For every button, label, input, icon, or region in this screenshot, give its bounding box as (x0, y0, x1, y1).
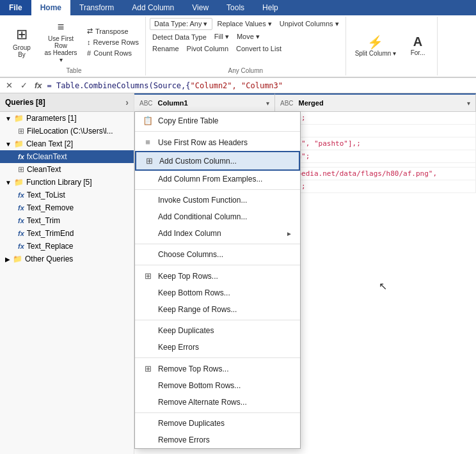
tab-help[interactable]: Help (253, 0, 287, 15)
context-menu: 📋 Copy Entire Table ≡ Use First Row as H… (134, 111, 301, 449)
tab-transform[interactable]: Transform (70, 0, 123, 15)
text-tolist-fx-icon: fx (18, 191, 24, 199)
menu-item-add-index-column[interactable]: Add Index Column ► (135, 225, 300, 242)
keep-top-rows-label: Keep Top Rows... (158, 272, 218, 281)
menu-item-add-column-examples[interactable]: Add Column From Examples... (135, 171, 300, 187)
format-icon: A (413, 35, 422, 49)
tab-file[interactable]: File (0, 0, 31, 15)
menu-item-keep-errors[interactable]: Keep Errors (135, 339, 300, 356)
table-small-buttons: ⇄ Transpose ↕ Reverse Rows # Count Rows (84, 26, 141, 58)
sidebar-item-text-trimend[interactable]: fx Text_TrimEnd (0, 227, 134, 240)
sidebar-item-filelocation[interactable]: ⊞ FileLocation (C:\Users\l... (0, 125, 134, 137)
menu-item-use-first-row[interactable]: ≡ Use First Row as Headers (135, 134, 300, 151)
split-column-label: Split Column ▾ (355, 50, 396, 57)
sidebar-item-text-replace[interactable]: fx Text_Replace (0, 240, 134, 253)
fx-label: fx (35, 81, 42, 90)
menu-separator-6 (135, 357, 300, 358)
sidebar-item-function-library[interactable]: ▼ 📁 Function Library [5] (0, 176, 134, 189)
move-button[interactable]: Move ▾ (234, 31, 262, 42)
conditional-column-label: Add Conditional Column... (158, 212, 247, 221)
cell-col2-2: . (275, 125, 476, 137)
fill-button[interactable]: Fill ▾ (212, 31, 232, 42)
keep-top-rows-icon: ⊞ (143, 271, 153, 281)
detect-data-type-button[interactable]: Detect Data Type (150, 31, 209, 42)
tab-tools[interactable]: Tools (218, 0, 253, 15)
ribbon-group-split: ⚡ Split Column ▾ A For... (346, 17, 438, 75)
menu-item-choose-columns[interactable]: Choose Columns... (135, 246, 300, 263)
index-column-arrow: ► (286, 230, 292, 237)
formula-cancel-button[interactable]: ✕ (4, 80, 15, 91)
replace-values-button[interactable]: Replace Values ▾ (215, 18, 274, 30)
transpose-icon: ⇄ (87, 27, 93, 35)
ribbon: File Home Transform Add Column View Tool… (0, 0, 476, 78)
text-replace-fx-icon: fx (18, 242, 24, 250)
remove-duplicates-label: Remove Duplicates (158, 419, 225, 428)
copy-table-label: Copy Entire Table (158, 116, 219, 125)
menu-item-remove-errors[interactable]: Remove Errors (135, 432, 300, 448)
merged-header[interactable]: ABC Merged ▾ (275, 93, 476, 111)
fill-label: Fill ▾ (214, 33, 229, 41)
format-label: For... (411, 49, 425, 56)
column1-header[interactable]: ABC Column1 ▾ (134, 93, 275, 111)
menu-item-copy-entire-table[interactable]: 📋 Copy Entire Table (135, 112, 300, 129)
count-rows-icon: # (87, 49, 91, 57)
formula-confirm-button[interactable]: ✓ (19, 80, 29, 91)
formula-highlight: "Column2", "Column3" (191, 81, 283, 90)
sidebar-item-parameters[interactable]: ▼ 📁 Parameters [1] (0, 112, 134, 125)
add-custom-column-label: Add Custom Column... (159, 157, 237, 166)
group-by-label: Group By (13, 44, 31, 58)
transpose-button[interactable]: ⇄ Transpose (84, 26, 141, 36)
format-button[interactable]: A For... (402, 32, 433, 59)
pivot-column-button[interactable]: Pivot Column (184, 43, 231, 54)
menu-item-remove-duplicates[interactable]: Remove Duplicates (135, 415, 300, 432)
rename-button[interactable]: Rename (150, 43, 182, 54)
transpose-label: Transpose (95, 27, 129, 35)
sidebar-item-fxcleantext[interactable]: fx fxCleanText (0, 150, 134, 163)
tab-add-column[interactable]: Add Column (123, 0, 183, 15)
menu-item-remove-bottom-rows[interactable]: Remove Bottom Rows... (135, 377, 300, 394)
menu-item-add-custom-column[interactable]: ⊞ Add Custom Column... (135, 151, 300, 171)
unpivot-columns-button[interactable]: Unpivot Columns ▾ (277, 18, 342, 30)
sidebar-item-text-tolist[interactable]: fx Text_ToList (0, 189, 134, 201)
menu-item-keep-range-rows[interactable]: Keep Range of Rows... (135, 301, 300, 318)
tab-view[interactable]: View (183, 0, 218, 15)
text-trim-label: Text_Trim (27, 216, 60, 225)
group-by-button[interactable]: ⊞ Group By (6, 24, 37, 61)
add-column-examples-label: Add Column From Examples... (158, 175, 262, 184)
ribbon-tabs: File Home Transform Add Column View Tool… (0, 0, 476, 15)
tab-home[interactable]: Home (31, 0, 70, 15)
sidebar-item-text-remove[interactable]: fx Text_Remove (0, 201, 134, 214)
clean-text-label: Clean Text [2] (26, 139, 73, 148)
sidebar-item-text-trim[interactable]: fx Text_Trim (0, 214, 134, 227)
keep-duplicates-label: Keep Duplicates (158, 326, 214, 335)
text-trim-fx-icon: fx (18, 217, 24, 224)
menu-item-remove-top-rows[interactable]: ⊞ Remove Top Rows... (135, 360, 300, 377)
menu-item-invoke-custom-function[interactable]: Invoke Custom Function... (135, 192, 300, 208)
function-library-folder-icon: 📁 (14, 178, 24, 187)
reverse-rows-button[interactable]: ↕ Reverse Rows (84, 37, 141, 47)
move-label: Move ▾ (237, 33, 260, 41)
menu-item-keep-top-rows[interactable]: ⊞ Keep Top Rows... (135, 267, 300, 285)
menu-item-keep-bottom-rows[interactable]: Keep Bottom Rows... (135, 285, 300, 301)
menu-item-add-conditional-column[interactable]: Add Conditional Column... (135, 208, 300, 225)
split-column-button[interactable]: ⚡ Split Column ▾ (350, 32, 401, 59)
use-first-row-button[interactable]: ≡ Use First Row as Headers ▾ (38, 18, 83, 66)
sidebar-item-other-queries[interactable]: ▶ 📁 Other Queries (0, 253, 134, 265)
sidebar-item-cleantext[interactable]: ⊞ CleanText (0, 163, 134, 176)
convert-to-list-button[interactable]: Convert to List (234, 43, 284, 54)
any-column-row1: Data Type: Any ▾ Replace Values ▾ Unpivo… (150, 18, 342, 30)
cell-col2-6: flagpedia.net/data/flags/h80/af.png", (275, 168, 476, 180)
column1-dropdown-arrow[interactable]: ▾ (266, 100, 269, 107)
sidebar-collapse-button[interactable]: › (125, 97, 129, 107)
menu-item-keep-duplicates[interactable]: Keep Duplicates (135, 322, 300, 339)
column1-name: Column1 (158, 99, 188, 107)
count-rows-button[interactable]: # Count Rows (84, 48, 141, 58)
use-first-row-icon: ≡ (58, 20, 65, 34)
other-queries-expand-icon: ▶ (5, 256, 10, 263)
any-column-row2: Detect Data Type Fill ▾ Move ▾ (150, 31, 262, 42)
sidebar-item-clean-text[interactable]: ▼ 📁 Clean Text [2] (0, 137, 134, 150)
data-type-button[interactable]: Data Type: Any ▾ (150, 18, 212, 30)
merged-dropdown-arrow[interactable]: ▾ (467, 100, 470, 107)
menu-item-remove-alternate-rows[interactable]: Remove Alternate Rows... (135, 394, 300, 411)
parameters-label: Parameters [1] (26, 114, 77, 123)
